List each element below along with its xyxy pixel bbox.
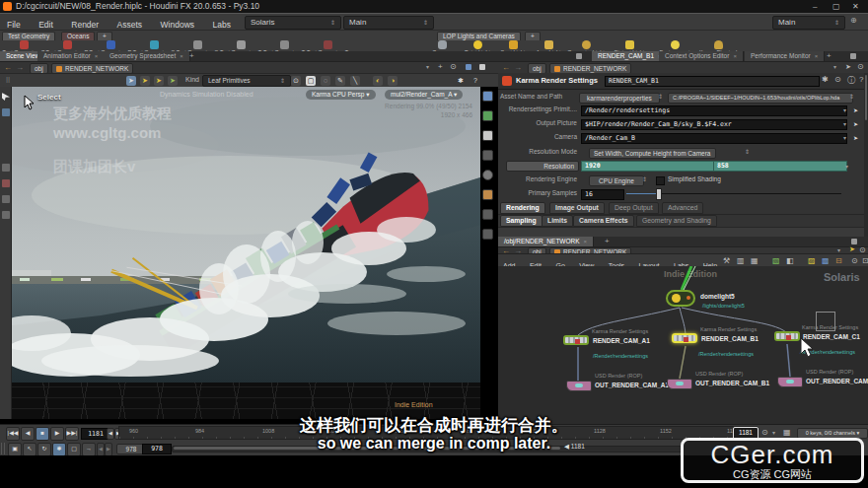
target-icon[interactable]: ⊙ bbox=[450, 62, 457, 71]
snapping-icon[interactable] bbox=[482, 110, 493, 121]
render-region-icon[interactable] bbox=[482, 189, 493, 200]
main-selector-left[interactable]: Main⇕ bbox=[343, 16, 434, 30]
secure-selection-icon[interactable] bbox=[2, 108, 10, 116]
display-options-icon[interactable] bbox=[482, 209, 493, 220]
desktop-selector[interactable]: Solaris⇕ bbox=[245, 16, 341, 30]
gear-icon[interactable]: ✱ bbox=[456, 76, 466, 86]
grip-icon[interactable]: ⠿ bbox=[3, 76, 13, 86]
maximize-button[interactable]: ▢ bbox=[832, 0, 840, 13]
pane-split-icon[interactable] bbox=[576, 53, 582, 59]
network-box-outline[interactable] bbox=[816, 312, 835, 331]
minimize-button[interactable]: – bbox=[813, 0, 817, 13]
tab-geometry-spreadsheet[interactable]: Geometry Spreadsheet× bbox=[104, 51, 190, 61]
chevron-down-icon[interactable]: ▾ bbox=[426, 63, 429, 70]
renderer-pill[interactable]: Karma CPU Persp ▾ bbox=[306, 90, 376, 100]
tab-geometry-shading[interactable]: Geometry and Shading bbox=[636, 215, 717, 227]
chevron-down-icon[interactable]: ▾ bbox=[843, 106, 846, 113]
camera-pill[interactable]: mul2/Render_Cam_A ▾ bbox=[385, 90, 463, 100]
add-tab-button[interactable]: + bbox=[827, 51, 832, 61]
shelf-tab-test-geometry[interactable]: Test Geometry bbox=[2, 32, 55, 40]
camera-field[interactable]: /Render_Cam_B bbox=[581, 133, 847, 144]
close-icon[interactable]: × bbox=[95, 53, 99, 59]
help-circle-icon[interactable]: ⊕ bbox=[850, 16, 857, 25]
tab-limits[interactable]: Limits bbox=[542, 215, 573, 227]
select-front-icon[interactable]: ◐ bbox=[373, 76, 383, 86]
close-icon[interactable]: × bbox=[180, 53, 183, 59]
move-tool-icon[interactable] bbox=[2, 195, 10, 203]
asset-name-chip[interactable]: karmarenderproperties bbox=[579, 93, 660, 104]
updown-icon[interactable]: ⇕ bbox=[642, 175, 647, 182]
tab-context-options-editor[interactable]: Context Options Editor× bbox=[659, 51, 744, 61]
select-visible-icon[interactable]: ⊙ bbox=[291, 76, 301, 86]
snapshot-icon[interactable] bbox=[466, 64, 471, 70]
stats-icon[interactable]: ▥ bbox=[737, 256, 745, 265]
resolution-mode-dropdown[interactable]: Set Width, Compute Height from Camera bbox=[589, 148, 716, 159]
secondary-section-header[interactable]: ▼ Secondary bbox=[498, 228, 868, 237]
tab-advanced[interactable]: Advanced bbox=[662, 202, 703, 214]
viewport-layout-icon[interactable] bbox=[482, 91, 493, 102]
node-out-render-cam-c1[interactable] bbox=[777, 377, 803, 387]
kind-dropdown[interactable]: Leaf Primitives⇕ bbox=[202, 75, 291, 87]
node-out-render-cam-a1[interactable] bbox=[566, 381, 592, 391]
file-chooser-icon[interactable]: ➤ bbox=[853, 120, 858, 127]
node-out-render-cam-b1[interactable] bbox=[667, 379, 692, 389]
updown-icon[interactable]: ⇕ bbox=[658, 93, 663, 100]
close-icon[interactable]: × bbox=[584, 239, 588, 244]
chevron-down-icon[interactable]: ▾ bbox=[843, 120, 846, 127]
updown-icon[interactable]: ⇕ bbox=[849, 93, 854, 100]
tab-deep-output[interactable]: Deep Output bbox=[609, 202, 659, 214]
close-icon[interactable]: × bbox=[815, 53, 819, 59]
info-icon[interactable]: ⓘ bbox=[847, 75, 855, 86]
crosshair-icon[interactable] bbox=[482, 150, 493, 161]
ladder-icon[interactable]: ➤ bbox=[853, 106, 858, 113]
tab-image-output[interactable]: Image Output bbox=[549, 202, 605, 214]
node-domelight[interactable] bbox=[666, 290, 695, 307]
add-tab-button[interactable]: + bbox=[189, 51, 194, 61]
grid-toggle-icon[interactable] bbox=[482, 229, 493, 240]
shelf-tab-lop-lights[interactable]: LOP Lights and Cameras bbox=[437, 32, 521, 40]
select-objects-icon[interactable]: ➤ bbox=[140, 76, 150, 86]
shelf-tab-add-right[interactable]: + bbox=[525, 32, 541, 40]
add-icon[interactable]: + bbox=[438, 62, 443, 71]
network-canvas[interactable]: Indie Edition Solaris domelight5 /lights… bbox=[498, 266, 868, 424]
tab-animation-editor[interactable]: Animation Editor× bbox=[37, 51, 105, 61]
param-scrollbar[interactable] bbox=[864, 73, 868, 237]
folder-icon[interactable]: ⊟ bbox=[835, 256, 842, 265]
viewport-render[interactable]: Select Dynamics Simulation Disabled Karm… bbox=[12, 87, 480, 383]
pin-icon[interactable]: ➤ bbox=[845, 63, 851, 71]
help-icon[interactable]: ? bbox=[859, 75, 863, 84]
frame-icon[interactable]: ◧ bbox=[786, 256, 794, 265]
handles-tool-icon[interactable] bbox=[2, 179, 10, 187]
shelf-tab-add[interactable]: + bbox=[97, 32, 112, 40]
chevron-down-icon[interactable]: ▾ bbox=[837, 246, 840, 253]
laser-pick-icon[interactable]: ╲ bbox=[350, 76, 360, 86]
gear-icon[interactable]: ✱ bbox=[822, 75, 829, 84]
camera-lock-icon[interactable] bbox=[482, 170, 493, 180]
resolution-height-field[interactable]: 858 bbox=[713, 161, 847, 172]
select-components-icon[interactable]: ➤ bbox=[154, 76, 164, 86]
asset-path-chip[interactable]: C:/PROGRA~1/SIDEEF~1/HOUDIN~1.653/houdin… bbox=[668, 93, 853, 104]
chevron-down-icon[interactable]: ▾ bbox=[845, 163, 848, 170]
tab-sampling[interactable]: Sampling bbox=[500, 215, 542, 227]
pin-icon[interactable]: ➤ bbox=[849, 245, 855, 253]
grid-icon[interactable]: ▦ bbox=[751, 256, 759, 265]
image-icon[interactable]: ▩ bbox=[822, 256, 830, 265]
fullscreen-icon[interactable]: ⊡ bbox=[862, 256, 868, 265]
zoom-icon[interactable]: ⊙ bbox=[851, 256, 858, 265]
add-tab-button[interactable]: + bbox=[605, 237, 610, 246]
rotate-tool-icon[interactable] bbox=[2, 211, 10, 219]
brush-pick-icon[interactable]: ✎ bbox=[335, 76, 345, 86]
node-name-field[interactable]: RENDER_CAM_B1 bbox=[605, 76, 820, 87]
tab-render-cam-b1[interactable]: RENDER_CAM_B1× bbox=[592, 51, 669, 61]
node-chooser-icon[interactable]: ➤ bbox=[853, 134, 858, 141]
primary-samples-field[interactable]: 16 bbox=[581, 189, 624, 200]
node-render-cam-b1[interactable] bbox=[672, 333, 697, 343]
shelf-tab-oceans[interactable]: Oceans bbox=[61, 32, 95, 40]
samples-slider-handle[interactable] bbox=[656, 188, 662, 200]
node-render-cam-a1[interactable] bbox=[563, 335, 589, 345]
tab-camera-effects[interactable]: Camera Effects bbox=[573, 215, 634, 227]
tab-rendering[interactable]: Rendering bbox=[500, 202, 545, 214]
search-icon[interactable]: ⊙ bbox=[834, 75, 841, 84]
color-palette-icon[interactable]: ▧ bbox=[772, 256, 780, 265]
select-back-icon[interactable]: ◑ bbox=[388, 76, 398, 86]
